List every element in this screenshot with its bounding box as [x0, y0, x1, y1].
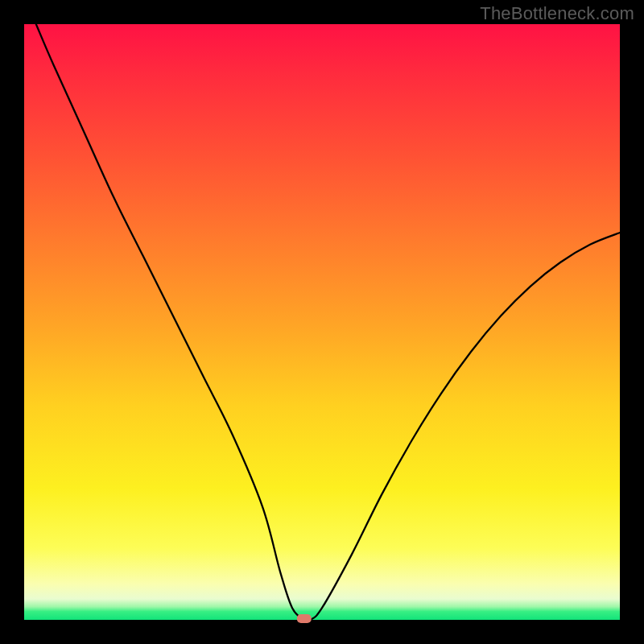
plot-area — [24, 24, 620, 620]
bottleneck-curve-path — [36, 24, 620, 621]
marker-dot — [297, 614, 312, 623]
curve-svg — [24, 24, 620, 620]
watermark-label: TheBottleneck.com — [480, 3, 634, 24]
chart-frame: TheBottleneck.com — [0, 0, 644, 644]
